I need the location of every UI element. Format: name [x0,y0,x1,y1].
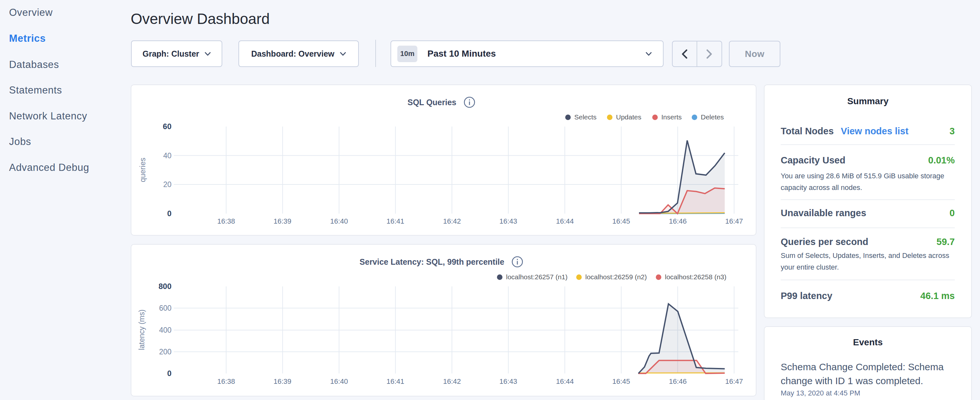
svg-text:16:38: 16:38 [217,217,235,225]
svg-text:16:43: 16:43 [499,377,517,386]
svg-text:16:38: 16:38 [217,377,235,386]
svg-text:16:45: 16:45 [612,217,630,225]
svg-text:60: 60 [163,122,172,131]
svg-text:16:42: 16:42 [443,377,461,386]
svg-text:16:45: 16:45 [612,377,630,386]
svg-text:16:39: 16:39 [274,217,291,225]
svg-text:16:46: 16:46 [669,377,687,386]
svg-text:16:42: 16:42 [443,217,461,225]
svg-text:latency (ms): latency (ms) [137,309,146,350]
svg-text:queries: queries [138,158,147,182]
svg-text:16:40: 16:40 [330,377,348,386]
svg-text:16:47: 16:47 [725,217,743,225]
svg-text:0: 0 [167,209,172,218]
svg-text:20: 20 [163,180,172,189]
svg-text:600: 600 [159,304,172,312]
svg-text:16:40: 16:40 [330,217,348,225]
svg-text:16:39: 16:39 [274,377,291,386]
svg-text:16:47: 16:47 [725,377,743,386]
svg-text:200: 200 [159,347,172,356]
svg-text:16:44: 16:44 [556,377,574,386]
svg-text:0: 0 [167,369,172,378]
svg-text:16:46: 16:46 [669,217,687,225]
svg-text:16:41: 16:41 [386,217,404,225]
svg-text:40: 40 [163,151,172,160]
svg-text:16:44: 16:44 [556,217,574,225]
svg-text:800: 800 [159,282,172,291]
svg-text:16:43: 16:43 [499,217,517,225]
svg-text:400: 400 [159,326,172,334]
svg-text:16:41: 16:41 [386,377,404,386]
